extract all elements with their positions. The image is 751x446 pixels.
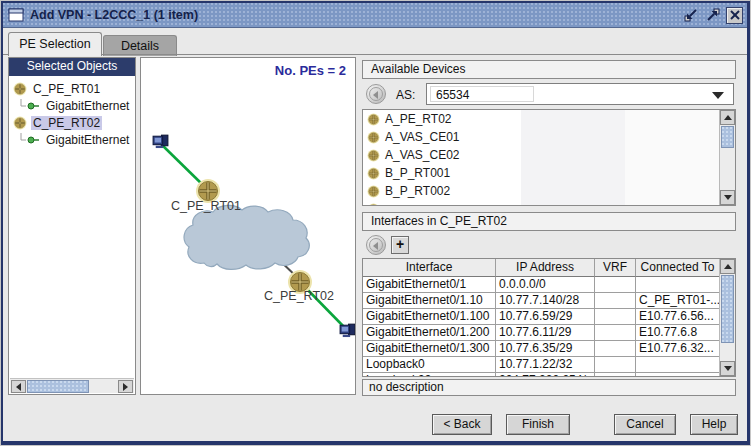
- device-row[interactable]: A_PE_RT02: [363, 110, 735, 128]
- tab-pe-selection[interactable]: PE Selection: [8, 32, 102, 56]
- cell-vrf: [595, 325, 636, 341]
- as-combobox-value[interactable]: 65534: [430, 86, 534, 102]
- tree-node-pe1[interactable]: C_PE_RT01: [10, 80, 134, 97]
- scroll-down-button[interactable]: [720, 190, 735, 205]
- column-header-ip[interactable]: IP Address: [496, 259, 595, 277]
- ce-device-icon[interactable]: [340, 324, 355, 337]
- ce-device-icon[interactable]: [153, 135, 168, 148]
- scroll-up-button[interactable]: [720, 110, 735, 125]
- device-row[interactable]: B_P_RT001: [363, 164, 735, 182]
- cell-connected: E10.77.6.56...: [636, 309, 720, 325]
- interfaces-table-scrollbar[interactable]: [719, 259, 735, 376]
- interfaces-header: Interfaces in C_PE_RT02: [362, 212, 736, 231]
- table-row[interactable]: Loopback0 10.77.1.22/32: [363, 357, 720, 373]
- table-row-clipped[interactable]: Loopback99 204.77.222.254/: [363, 373, 720, 377]
- table-row[interactable]: GigabitEthernet0/1.10 10.77.7.140/28 C_P…: [363, 293, 720, 309]
- tree-node-pe1-interface[interactable]: GigabitEthernet: [10, 97, 134, 114]
- topology-canvas[interactable]: No. PEs = 2 C_PE_RT01 C_PE_RT02: [140, 57, 356, 395]
- collapse-back-button[interactable]: [366, 235, 386, 255]
- tree-node-pe2[interactable]: C_PE_RT02: [10, 114, 134, 131]
- interface-icon: [18, 133, 42, 147]
- router-icon: [367, 149, 380, 162]
- cell-ip: 0.0.0.0/0: [496, 277, 595, 293]
- cell-vrf: [595, 341, 636, 357]
- device-list-scrollbar[interactable]: [719, 110, 735, 205]
- column-header-vrf[interactable]: VRF: [595, 259, 636, 277]
- device-row[interactable]: A_VAS_CE01: [363, 128, 735, 146]
- scrollbar-thumb[interactable]: [27, 380, 89, 393]
- close-icon: [729, 9, 741, 21]
- cell-vrf: [595, 293, 636, 309]
- router-icon: [367, 113, 380, 126]
- back-arrow-icon: [373, 242, 378, 250]
- interface-icon: [18, 99, 42, 113]
- cell-connected: E10.77.6.8: [636, 325, 720, 341]
- cell-interface: GigabitEthernet0/1.10: [363, 293, 496, 309]
- scroll-left-button[interactable]: [11, 380, 26, 393]
- cell-vrf: [595, 357, 636, 373]
- scroll-up-button[interactable]: [720, 259, 735, 274]
- scrollbar-thumb[interactable]: [721, 275, 734, 343]
- selected-objects-header: Selected Objects: [9, 58, 135, 76]
- tab-bar: PE Selection Details: [3, 28, 748, 55]
- cell-connected: [636, 277, 720, 293]
- device-name: A_PE_RT02: [385, 112, 452, 126]
- tab-details[interactable]: Details: [103, 35, 177, 56]
- table-row[interactable]: GigabitEthernet0/1.300 10.77.6.35/29 E10…: [363, 341, 720, 357]
- device-list: A_PE_RT02 A_VAS_CE01 A_VAS_CE02 B_P_RT00…: [362, 109, 736, 206]
- cell-interface: GigabitEthernet0/1.300: [363, 341, 496, 357]
- cell-interface: Loopback99: [363, 373, 496, 377]
- as-label: AS:: [396, 88, 415, 102]
- cell-interface: GigabitEthernet0/1.100: [363, 309, 496, 325]
- device-name: B_P_RT002: [385, 184, 450, 198]
- router-icon: [13, 116, 27, 130]
- as-combobox[interactable]: 65534: [426, 83, 734, 105]
- table-row[interactable]: GigabitEthernet0/1.200 10.77.6.11/29 E10…: [363, 325, 720, 341]
- column-header-connected[interactable]: Connected To: [636, 259, 720, 277]
- scroll-right-button[interactable]: [118, 380, 133, 393]
- cancel-button[interactable]: Cancel: [614, 414, 676, 435]
- maximize-button[interactable]: [704, 7, 721, 24]
- device-row[interactable]: A_VAS_CE02: [363, 146, 735, 164]
- cell-ip: 10.77.6.11/29: [496, 325, 595, 341]
- minimize-button[interactable]: [682, 7, 699, 24]
- available-devices-header: Available Devices: [362, 60, 736, 79]
- cell-vrf: [595, 309, 636, 325]
- scrollbar-thumb[interactable]: [721, 126, 734, 148]
- table-header-row: Interface IP Address VRF Connected To: [363, 259, 720, 277]
- cell-ip: 10.77.6.59/29: [496, 309, 595, 325]
- cell-ip: 10.77.7.140/28: [496, 293, 595, 309]
- router-icon: [367, 167, 380, 180]
- window-title: Add VPN - L2CCC_1 (1 item): [30, 8, 198, 22]
- network-cloud[interactable]: [184, 205, 309, 269]
- column-header-interface[interactable]: Interface: [363, 259, 496, 277]
- add-interface-button[interactable]: +: [391, 236, 409, 254]
- title-bar[interactable]: Add VPN - L2CCC_1 (1 item): [3, 3, 748, 28]
- tree-node-label: GigabitEthernet: [44, 99, 131, 113]
- cell-ip: 10.77.6.35/29: [496, 341, 595, 357]
- device-row-clipped[interactable]: [363, 200, 735, 206]
- pe2-node-label: C_PE_RT02: [264, 289, 334, 303]
- cell-connected: [636, 357, 720, 373]
- router-icon: [367, 203, 380, 207]
- scroll-down-button[interactable]: [720, 361, 735, 376]
- tree-node-pe2-interface[interactable]: GigabitEthernet: [10, 131, 134, 148]
- back-button[interactable]: < Back: [432, 414, 492, 435]
- horizontal-scrollbar[interactable]: [10, 378, 134, 393]
- finish-button[interactable]: Finish: [506, 414, 570, 435]
- cell-connected: [636, 373, 720, 377]
- close-button[interactable]: [726, 7, 743, 24]
- cell-interface: GigabitEthernet0/1.200: [363, 325, 496, 341]
- router-icon: [367, 185, 380, 198]
- pe-count-badge: No. PEs = 2: [275, 63, 346, 78]
- interfaces-table: Interface IP Address VRF Connected To Gi…: [362, 258, 736, 377]
- table-row[interactable]: GigabitEthernet0/1 0.0.0.0/0: [363, 277, 720, 293]
- cell-ip: 10.77.1.22/32: [496, 357, 595, 373]
- device-row[interactable]: B_P_RT002: [363, 182, 735, 200]
- table-row[interactable]: GigabitEthernet0/1.100 10.77.6.59/29 E10…: [363, 309, 720, 325]
- topology-diagram: C_PE_RT01 C_PE_RT02: [141, 58, 355, 394]
- collapse-back-button[interactable]: [366, 84, 386, 104]
- help-button[interactable]: Help: [690, 414, 738, 435]
- tree-node-label-selected: C_PE_RT02: [31, 116, 102, 130]
- back-arrow-icon: [373, 91, 378, 99]
